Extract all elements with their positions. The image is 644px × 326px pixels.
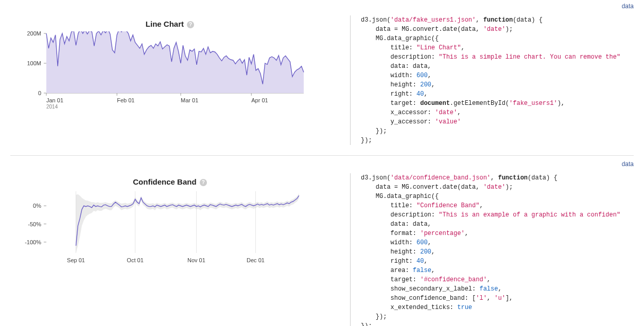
chart-title: Line Chart ? xyxy=(10,15,329,31)
data-link-row: data xyxy=(10,0,634,12)
data-link[interactable]: data xyxy=(622,160,634,168)
example-line-chart: Line Chart ? 0100M200MJan 012014Feb 01Ma… xyxy=(10,12,634,153)
svg-text:-100%: -100% xyxy=(25,239,41,245)
svg-text:Jan 01: Jan 01 xyxy=(46,97,63,103)
svg-text:Oct 01: Oct 01 xyxy=(127,257,143,263)
code-panel: d3.json('data/confidence_band.json', fun… xyxy=(350,173,634,326)
data-link[interactable]: data xyxy=(622,3,634,10)
code-block-confidence-band: d3.json('data/confidence_band.json', fun… xyxy=(361,173,634,326)
code-block-line-chart: d3.json('data/fake_users1.json', functio… xyxy=(361,15,634,145)
svg-text:-50%: -50% xyxy=(28,221,41,227)
svg-text:2014: 2014 xyxy=(46,104,58,110)
svg-text:0%: 0% xyxy=(33,203,41,209)
section-divider xyxy=(10,155,634,156)
chart-line: 0100M200MJan 012014Feb 01Mar 01Apr 01 xyxy=(10,31,329,114)
chart-title-text: Line Chart xyxy=(146,20,184,28)
svg-text:Apr 01: Apr 01 xyxy=(251,97,268,103)
svg-text:Sep 01: Sep 01 xyxy=(67,257,85,263)
svg-text:100M: 100M xyxy=(27,60,41,66)
svg-text:0: 0 xyxy=(38,90,41,96)
help-icon[interactable]: ? xyxy=(187,21,194,28)
svg-text:Mar 01: Mar 01 xyxy=(181,97,198,103)
chart-title-text: Confidence Band xyxy=(133,177,196,186)
chart-title: Confidence Band ? xyxy=(10,173,329,189)
svg-text:Feb 01: Feb 01 xyxy=(117,97,134,103)
data-link-row: data xyxy=(10,158,634,170)
svg-text:Dec 01: Dec 01 xyxy=(247,257,265,263)
example-confidence-band: Confidence Band ? Sep 01Oct 01Nov 01Dec … xyxy=(10,170,634,326)
code-panel: d3.json('data/fake_users1.json', functio… xyxy=(350,15,634,145)
chart-confidence: Sep 01Oct 01Nov 01Dec 010%-50%-100% xyxy=(10,189,329,271)
svg-text:200M: 200M xyxy=(27,31,41,37)
help-icon[interactable]: ? xyxy=(200,179,207,186)
svg-text:Nov 01: Nov 01 xyxy=(187,257,205,263)
